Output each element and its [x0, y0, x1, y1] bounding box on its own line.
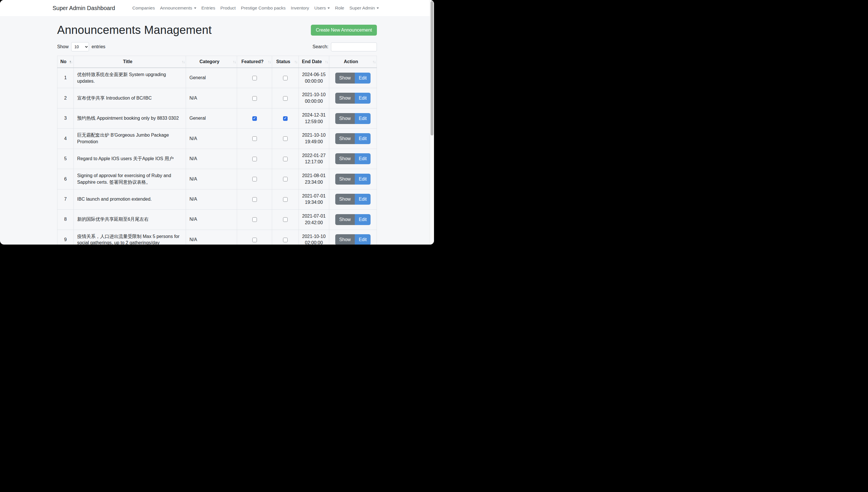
cell-status	[272, 88, 299, 108]
column-header-action[interactable]: Action↑↓	[329, 56, 377, 68]
table-row: 3预约热线 Appointment booking only by 8833 0…	[57, 108, 377, 128]
featured-checkbox[interactable]	[252, 217, 257, 222]
column-header-category[interactable]: Category↑↓	[186, 56, 237, 68]
nav-item-announcements[interactable]: Announcements	[157, 3, 199, 13]
cell-status	[272, 230, 299, 245]
cell-end-date: 2024-12-3112:59:00	[299, 108, 329, 128]
column-header-label: Featured?	[241, 59, 264, 64]
end-time-value: 00:00:00	[302, 98, 326, 105]
status-checkbox[interactable]	[283, 116, 288, 121]
caret-down-icon	[327, 7, 330, 9]
column-header-no[interactable]: No↑↓	[57, 56, 74, 68]
search-input[interactable]	[331, 43, 377, 51]
status-checkbox[interactable]	[283, 177, 288, 181]
nav-item-companies[interactable]: Companies	[130, 3, 157, 13]
edit-button[interactable]: Edit	[355, 73, 371, 83]
cell-action: ShowEdit	[329, 108, 377, 128]
show-button[interactable]: Show	[335, 113, 355, 124]
cell-end-date: 2021-08-0123:34:00	[299, 169, 329, 189]
status-checkbox[interactable]	[283, 157, 288, 161]
column-header-status[interactable]: Status↑↓	[272, 56, 299, 68]
edit-button[interactable]: Edit	[355, 93, 371, 104]
cell-action: ShowEdit	[329, 149, 377, 169]
end-time-value: 12:59:00	[302, 119, 326, 125]
featured-checkbox[interactable]	[252, 238, 257, 242]
column-header-title[interactable]: Title↑↓	[73, 56, 186, 68]
edit-button[interactable]: Edit	[355, 133, 371, 144]
show-button[interactable]: Show	[335, 153, 355, 164]
cell-end-date: 2021-07-0120:42:00	[299, 210, 329, 230]
show-button[interactable]: Show	[335, 234, 355, 245]
show-button[interactable]: Show	[335, 194, 355, 205]
cell-title: 宣布优学共享 Introduction of BC/IBC	[73, 88, 186, 108]
show-button[interactable]: Show	[335, 174, 355, 184]
sort-icon: ↑↓	[268, 59, 271, 64]
nav-item-users[interactable]: Users	[312, 3, 332, 13]
cell-featured	[237, 210, 272, 230]
page-size-select[interactable]: 10	[71, 42, 89, 51]
browser-viewport: Super Admin Dashboard CompaniesAnnouncem…	[0, 0, 434, 245]
cell-end-date: 2022-01-2712:17:00	[299, 149, 329, 169]
status-checkbox[interactable]	[283, 137, 288, 141]
app-brand[interactable]: Super Admin Dashboard	[52, 5, 115, 11]
show-button[interactable]: Show	[335, 73, 355, 83]
table-row: 1优创特致系统在全面更新 System upgrading updates.Ge…	[57, 68, 377, 88]
sort-desc-icon: ↓	[234, 59, 235, 64]
featured-checkbox[interactable]	[252, 177, 257, 181]
show-button[interactable]: Show	[335, 133, 355, 144]
status-checkbox[interactable]	[283, 76, 288, 80]
nav-item-product[interactable]: Product	[218, 3, 238, 13]
column-header-label: No	[60, 59, 66, 64]
edit-button[interactable]: Edit	[355, 113, 371, 124]
show-button[interactable]: Show	[335, 214, 355, 225]
end-date-value: 2021-07-01	[302, 213, 326, 220]
edit-button[interactable]: Edit	[355, 234, 371, 245]
status-checkbox[interactable]	[283, 217, 288, 222]
nav-item-inventory[interactable]: Inventory	[288, 3, 312, 13]
cell-action: ShowEdit	[329, 88, 377, 108]
cell-status	[272, 169, 299, 189]
cell-title: 预约热线 Appointment booking only by 8833 03…	[73, 108, 186, 128]
cell-end-date: 2021-07-0119:34:00	[299, 189, 329, 209]
edit-button[interactable]: Edit	[355, 214, 371, 225]
edit-button[interactable]: Edit	[355, 174, 371, 184]
featured-checkbox[interactable]	[252, 76, 257, 80]
table-row: 7IBC launch and promotion extended.N/A20…	[57, 189, 377, 209]
featured-checkbox[interactable]	[252, 116, 257, 121]
cell-end-date: 2021-10-1002:00:00	[299, 230, 329, 245]
status-checkbox[interactable]	[283, 96, 288, 101]
main-content: Announcements Management Create New Anno…	[52, 16, 381, 245]
sort-desc-icon: ↓	[269, 59, 271, 64]
cell-featured	[237, 88, 272, 108]
nav-item-prestige-combo-packs[interactable]: Prestige Combo packs	[238, 3, 288, 13]
action-button-group: ShowEdit	[335, 133, 371, 144]
status-checkbox[interactable]	[283, 197, 288, 202]
table-row: 6Signing of approval for exercising of R…	[57, 169, 377, 189]
status-checkbox[interactable]	[283, 238, 288, 242]
cell-no: 4	[57, 129, 74, 149]
column-header-featured[interactable]: Featured?↑↓	[237, 56, 272, 68]
action-button-group: ShowEdit	[335, 194, 371, 205]
cell-category: N/A	[186, 149, 237, 169]
cell-title: 巨无霸配套出炉 B'Gorgeous Jumbo Package Promoti…	[73, 129, 186, 149]
end-time-value: 12:17:00	[302, 159, 326, 165]
cell-title: 新的国际优学共享延期至6月尾左右	[73, 210, 186, 230]
create-new-announcement-button[interactable]: Create New Announcement	[311, 25, 377, 35]
nav-item-entries[interactable]: Entries	[199, 3, 218, 13]
featured-checkbox[interactable]	[252, 137, 257, 141]
sort-icon: ↑↓	[181, 59, 184, 64]
edit-button[interactable]: Edit	[355, 153, 371, 164]
cell-no: 3	[57, 108, 74, 128]
nav-item-super-admin[interactable]: Super Admin	[347, 3, 381, 13]
end-time-value: 19:34:00	[302, 199, 326, 206]
vertical-scrollbar[interactable]	[430, 0, 434, 245]
column-header-end-date[interactable]: End Date↑↓	[299, 56, 329, 68]
edit-button[interactable]: Edit	[355, 194, 371, 205]
nav-item-role[interactable]: Role	[332, 3, 347, 13]
featured-checkbox[interactable]	[252, 96, 257, 101]
featured-checkbox[interactable]	[252, 157, 257, 161]
caret-down-icon	[377, 7, 379, 9]
featured-checkbox[interactable]	[252, 197, 257, 202]
show-button[interactable]: Show	[335, 93, 355, 104]
scrollbar-thumb[interactable]	[430, 1, 433, 136]
